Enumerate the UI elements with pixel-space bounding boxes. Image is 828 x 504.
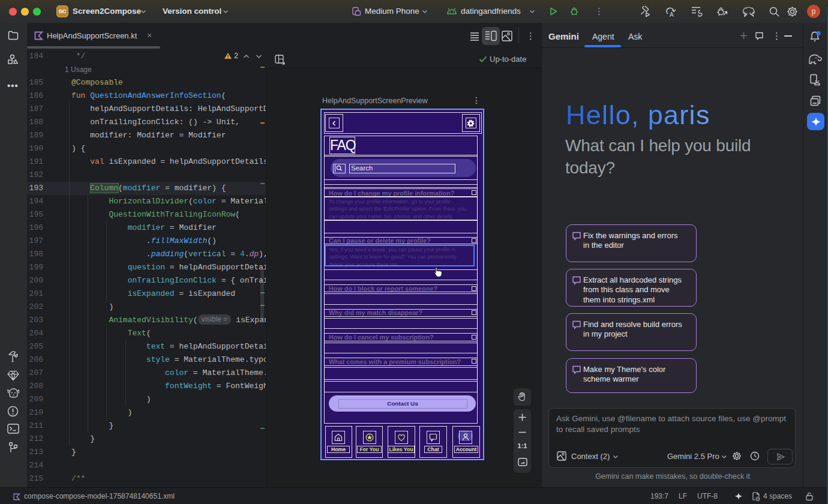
svg-text:A: A — [670, 11, 674, 17]
